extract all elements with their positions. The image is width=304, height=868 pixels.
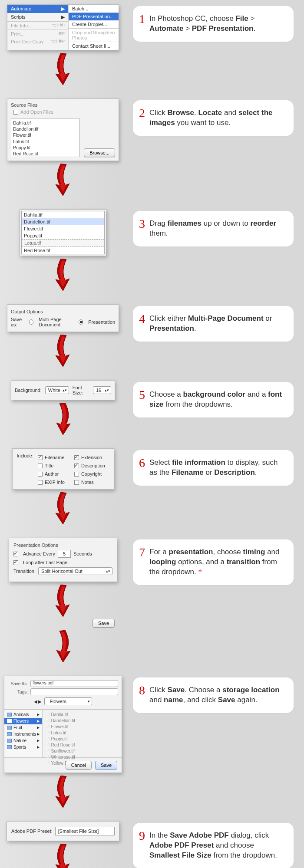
checkbox[interactable]	[38, 464, 43, 468]
source-files-panel: Source Files Add Open Files Dahlia.tifDa…	[7, 99, 119, 161]
sidebar-item[interactable]: Nature▶	[4, 737, 42, 744]
include-option[interactable]: Title	[38, 463, 65, 468]
save-as-label: Save As:	[8, 681, 28, 686]
list-item[interactable]: Dandelion.tif	[13, 126, 77, 132]
transition-dropdown[interactable]: Split Horizontal Out▴▾	[38, 567, 112, 575]
list-item[interactable]: Poppy.tif	[22, 232, 104, 239]
list-item[interactable]: Dandelion.tif	[22, 218, 104, 225]
advance-seconds-input[interactable]: 5	[58, 550, 71, 558]
include-option[interactable]: Copyright	[74, 471, 105, 477]
list-item[interactable]: Sunflower.tif	[45, 748, 119, 754]
multi-page-label: Multi-Page Document	[39, 317, 75, 327]
arrow-icon	[52, 630, 74, 663]
include-option[interactable]: Author	[38, 471, 65, 477]
list-item[interactable]: Red Rose.tif	[45, 742, 119, 748]
checkbox[interactable]	[74, 464, 79, 468]
menu-item[interactable]: Contact Sheet II...	[69, 42, 119, 50]
save-as-input[interactable]: flowers.pdf	[30, 680, 118, 687]
step-text: In the Save Adobe PDF dialog, click Adob…	[149, 831, 285, 861]
list-item[interactable]: Poppy.tif	[45, 736, 119, 742]
list-item[interactable]: Lotus.tif	[45, 730, 119, 736]
asterisk-icon: *	[198, 568, 202, 576]
sidebar-item[interactable]: Animals▶	[4, 711, 42, 718]
list-item[interactable]: Whiterose.tif	[45, 754, 119, 760]
include-option[interactable]: Notes	[74, 480, 105, 485]
list-item[interactable]: Flower.tif	[22, 225, 104, 232]
add-open-files-checkbox[interactable]	[13, 110, 18, 115]
loop-label: Loop after Last Page	[23, 560, 67, 565]
step-number: 2	[139, 107, 145, 119]
location-dropdown[interactable]: Flowers▾	[44, 697, 92, 705]
reorder-list-panel: Dahlia.tifDandelion.tifFlower.tifPoppy.t…	[20, 209, 106, 256]
folder-sidebar[interactable]: Animals▶Flowers▶Fruit▶Instruments▶Nature…	[4, 710, 43, 757]
step-7-callout: 7 For a presentation, choose timing and …	[133, 539, 294, 585]
list-item[interactable]: Dandelion.tif	[45, 718, 119, 724]
sidebar-item[interactable]: Sports▶	[4, 744, 42, 750]
step-1-callout: 1 In Photoshop CC, choose File > Automat…	[133, 6, 294, 42]
source-files-list[interactable]: Dahlia.tifDandelion.tifFlower.tifLotus.t…	[11, 118, 79, 157]
checkbox[interactable]	[74, 472, 79, 477]
step-9-callout: 9 In the Save Adobe PDF dialog, click Ad…	[133, 823, 294, 868]
step-3-callout: 3 Drag filenames up or down to reorder t…	[133, 211, 294, 247]
checkbox[interactable]	[74, 455, 79, 460]
save-button[interactable]: Save	[95, 761, 117, 769]
checkbox[interactable]	[38, 480, 43, 485]
list-item[interactable]: Dahlia.tif	[13, 120, 77, 126]
menu-item[interactable]: Automate▶	[7, 5, 68, 13]
list-item[interactable]: Lotus.tif	[22, 239, 104, 247]
menu-item[interactable]: Print...⌘P	[7, 30, 68, 38]
arrow-icon	[52, 585, 74, 617]
list-item[interactable]: Dahlia.tif	[45, 712, 119, 718]
cancel-button[interactable]: Cancel	[66, 761, 92, 769]
pdf-preset-dropdown[interactable]: [Smallest File Size]	[55, 827, 115, 835]
list-item[interactable]: Flower.tif	[45, 724, 119, 730]
step-text: Select file information to display, such…	[149, 458, 285, 478]
checkbox[interactable]	[38, 472, 43, 477]
font-size-dropdown[interactable]: 16▴▾	[93, 386, 111, 394]
background-font-panel: Background: White▴▾ Font Size: 16▴▾	[11, 380, 115, 400]
menu-item[interactable]: File Info...⌥⇧⌘I	[7, 21, 68, 30]
include-option[interactable]: EXIF Info	[38, 480, 65, 485]
background-dropdown[interactable]: White▴▾	[45, 386, 69, 394]
include-option[interactable]: Description	[74, 463, 105, 468]
presentation-radio[interactable]	[79, 319, 83, 325]
list-item[interactable]: Red Rose.tif	[13, 151, 77, 157]
checkbox[interactable]	[74, 480, 79, 485]
sidebar-item[interactable]: Instruments▶	[4, 731, 42, 737]
include-option[interactable]: Extension	[74, 455, 105, 460]
browse-button[interactable]: Browse...	[84, 148, 115, 157]
menu-item[interactable]: Scripts▶	[7, 13, 68, 21]
include-option[interactable]: Filename	[38, 455, 65, 460]
list-item[interactable]: Dahlia.tif	[22, 211, 104, 218]
pdf-preset-label: Adobe PDF Preset:	[11, 829, 53, 834]
step-text: Drag filenames up or down to reorder the…	[149, 219, 285, 239]
step-number: 8	[139, 684, 145, 697]
list-item[interactable]: Red Rose.tif	[22, 247, 104, 254]
include-label: Include:	[17, 453, 34, 485]
menu-item[interactable]: Create Droplet...	[69, 20, 119, 28]
menu-item[interactable]: PDF Presentation...	[69, 13, 119, 20]
loop-checkbox[interactable]	[13, 560, 18, 565]
menu-item[interactable]: Crop and Straighten Photos	[69, 28, 119, 42]
list-item[interactable]: Poppy.tif	[13, 145, 77, 151]
step-number: 1	[139, 13, 145, 25]
list-item[interactable]: Flower.tif	[13, 132, 77, 138]
tags-input[interactable]	[30, 688, 118, 695]
sidebar-item[interactable]: Fruit▶	[4, 724, 42, 731]
checkbox[interactable]	[38, 455, 43, 460]
add-open-files-label: Add Open Files	[20, 109, 53, 115]
menu-item[interactable]: Batch...	[69, 5, 119, 13]
multi-page-radio[interactable]	[29, 319, 33, 325]
include-panel: Include: FilenameExtensionTitleDescripti…	[12, 448, 114, 490]
sidebar-item[interactable]: Flowers▶	[4, 718, 42, 724]
step-number: 5	[139, 389, 145, 401]
advance-every-checkbox[interactable]	[13, 552, 18, 556]
file-list[interactable]: Dahlia.tifDandelion.tifFlower.tifLotus.t…	[43, 710, 122, 757]
stepper-icon: ▴▾	[61, 388, 67, 392]
pdf-preset-panel: Adobe PDF Preset: [Smallest File Size]	[7, 821, 119, 841]
menu-item[interactable]: Print One Copy⌥⇧⌘P	[7, 38, 68, 46]
reorder-list[interactable]: Dahlia.tifDandelion.tifFlower.tifPoppy.t…	[21, 211, 105, 254]
list-item[interactable]: Lotus.tif	[13, 138, 77, 145]
folder-icon	[7, 732, 12, 736]
save-button[interactable]: Save	[93, 619, 115, 628]
